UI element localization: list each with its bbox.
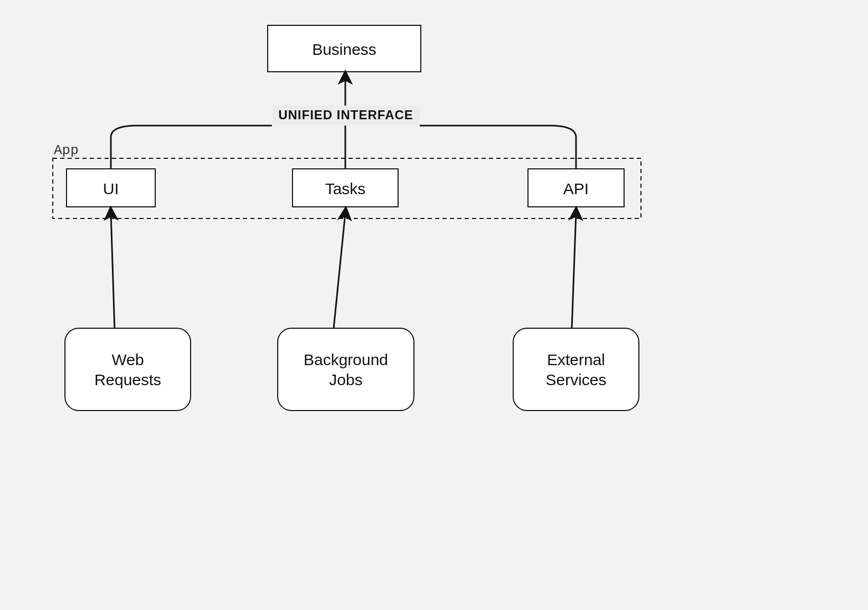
svg-text:UNIFIED INTERFACE: UNIFIED INTERFACE — [278, 108, 413, 122]
app-box-ui: UI — [67, 169, 155, 207]
arrow-jobs-tasks — [334, 213, 345, 328]
svg-rect-9 — [513, 328, 639, 411]
app-box-tasks: Tasks — [293, 169, 398, 207]
connector-api-business — [420, 126, 576, 169]
source-jobs-line1: Background — [304, 351, 388, 368]
connector-ui-business — [111, 126, 272, 169]
source-web-line2: Requests — [95, 371, 162, 388]
architecture-diagram: Business UNIFIED INTERFACE App UI Tasks … — [0, 0, 868, 610]
source-box-jobs: Background Jobs — [278, 328, 414, 411]
source-ext-line1: External — [547, 351, 605, 368]
source-box-ext: External Services — [513, 328, 639, 411]
source-box-web: Web Requests — [65, 328, 191, 411]
svg-rect-7 — [65, 328, 191, 411]
source-jobs-line2: Jobs — [329, 371, 362, 388]
app-box-tasks-label: Tasks — [325, 180, 366, 197]
app-box-api: API — [528, 169, 624, 207]
svg-rect-8 — [278, 328, 414, 411]
unified-interface-label: UNIFIED INTERFACE — [272, 106, 420, 125]
arrow-web-ui — [111, 213, 115, 328]
source-web-line1: Web — [111, 351, 144, 368]
source-ext-line2: Services — [545, 371, 606, 388]
business-label: Business — [312, 41, 376, 58]
arrow-ext-api — [572, 213, 576, 328]
app-container-label: App — [54, 142, 79, 158]
business-box: Business — [268, 25, 421, 72]
app-box-ui-label: UI — [103, 180, 119, 197]
app-box-api-label: API — [563, 180, 589, 197]
